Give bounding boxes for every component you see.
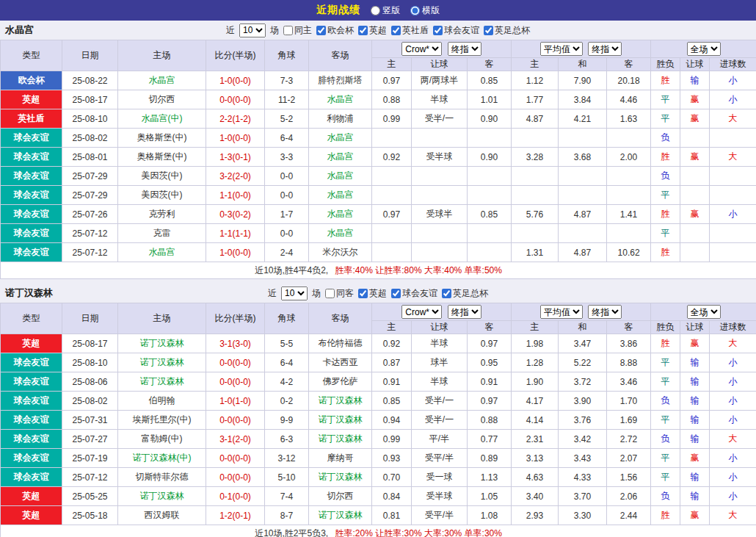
handicap-result-cell: 赢	[680, 148, 710, 167]
header-group-row: 类型 日期 主场 比分(半场) 角球 客场 Crow* 终指 平均值 终指 全场	[1, 40, 756, 58]
league-badge: 球会友谊	[1, 243, 62, 262]
layout-horizontal-radio[interactable]	[410, 6, 420, 15]
average-select[interactable]: 平均值	[540, 305, 583, 319]
odds-away-cell	[468, 129, 512, 148]
bookmaker-select[interactable]: Crow*	[401, 305, 442, 319]
league-filter-checkbox[interactable]	[433, 26, 443, 35]
result-cell: 平	[651, 90, 680, 109]
same-venue-label: 同主	[294, 24, 312, 37]
date-cell: 25-07-27	[62, 430, 118, 449]
league-filter[interactable]: 球会友谊	[391, 287, 437, 300]
handicap-stage-select[interactable]: 终指	[448, 305, 481, 319]
recent-count-select[interactable]: 10	[281, 286, 308, 300]
same-venue-checkbox[interactable]	[283, 26, 293, 35]
league-filter[interactable]: 英足总杯	[442, 287, 488, 300]
league-filter[interactable]: 球会友谊	[433, 24, 479, 37]
euro-draw-cell: 3.72	[559, 372, 607, 392]
col-header-date: 日期	[62, 40, 118, 71]
league-filter-checkbox[interactable]	[391, 289, 401, 298]
league-filter-checkbox[interactable]	[391, 26, 401, 35]
score-cell: 1-3(0-1)	[206, 148, 265, 167]
same-venue-checkbox[interactable]	[325, 289, 335, 298]
handicap-stage-select[interactable]: 终指	[448, 42, 481, 56]
col-header-result: 胜负	[651, 321, 680, 334]
euro-stage-select[interactable]: 终指	[588, 305, 622, 319]
summary-record: 近10场,胜4平4负2,	[255, 265, 328, 275]
games-label: 场	[312, 287, 321, 300]
away-team-cell: 水晶宫	[309, 148, 372, 167]
euro-draw-cell: 4.21	[559, 109, 607, 129]
euro-away-cell: 3.86	[607, 334, 651, 353]
col-header-ah-result: 让球	[680, 321, 710, 334]
corners-cell: 5-2	[265, 109, 309, 129]
table-row: 球会友谊25-07-29美因茨(中)3-2(2-0)0-0水晶宫负	[1, 167, 756, 186]
league-filter[interactable]: 英社盾	[391, 24, 429, 37]
col-header-score: 比分(半场)	[206, 40, 265, 71]
col-header-ah-line: 让球	[412, 321, 468, 334]
table-head: 类型 日期 主场 比分(半场) 角球 客场 Crow* 终指 平均值 终指 全场	[1, 303, 756, 334]
away-team-cell: 水晶宫	[309, 129, 372, 148]
scope-select[interactable]: 全场	[687, 42, 721, 56]
euro-home-cell: 1.90	[512, 372, 559, 392]
handicap-cell: 半球	[412, 372, 468, 392]
goals-result-cell: 小	[710, 487, 756, 506]
euro-away-cell: 20.18	[607, 71, 651, 90]
league-filter-checkbox[interactable]	[358, 26, 368, 35]
goals-result-cell: 大	[710, 506, 756, 525]
away-team-cell: 水晶宫	[309, 224, 372, 243]
table-row: 球会友谊25-07-12克雷1-1(1-1)0-0水晶宫平	[1, 224, 756, 243]
euro-draw-cell: 4.87	[559, 205, 607, 224]
away-team-cell: 水晶宫	[309, 186, 372, 205]
league-badge: 球会友谊	[1, 167, 62, 186]
league-badge: 球会友谊	[1, 392, 62, 411]
league-filter[interactable]: 英足总杯	[484, 24, 530, 37]
goals-result-cell: 小	[710, 205, 756, 224]
odds-home-cell	[372, 243, 412, 262]
scope-select[interactable]: 全场	[687, 305, 721, 319]
euro-draw-cell	[559, 167, 607, 186]
odds-away-cell: 0.77	[468, 430, 512, 449]
handicap-result-cell	[680, 167, 710, 186]
average-select[interactable]: 平均值	[540, 42, 583, 56]
table-row: 球会友谊25-07-19诺丁汉森林(中)0-0(0-0)3-12摩纳哥0.93受…	[1, 449, 756, 468]
league-filter[interactable]: 英超	[358, 287, 387, 300]
same-venue-filter[interactable]: 同客	[325, 287, 354, 300]
odds-home-cell: 0.88	[372, 90, 412, 109]
euro-away-cell: 2.07	[607, 449, 651, 468]
layout-vertical-radio[interactable]	[371, 6, 380, 15]
handicap-cell: 受球半	[412, 205, 468, 224]
layout-vertical-option[interactable]: 竖版	[371, 4, 400, 17]
league-filter-checkbox[interactable]	[442, 289, 451, 298]
handicap-result-cell	[680, 129, 710, 148]
euro-draw-cell: 3.90	[559, 392, 607, 411]
recent-count-select[interactable]: 10	[239, 24, 266, 37]
league-filter-label: 英超	[369, 287, 387, 300]
layout-horizontal-option[interactable]: 横版	[410, 4, 440, 17]
bookmaker-select[interactable]: Crow*	[401, 42, 442, 56]
handicap-result-cell: 输	[680, 372, 710, 392]
league-filter-checkbox[interactable]	[358, 289, 368, 298]
league-badge: 球会友谊	[1, 148, 62, 167]
league-filter-checkbox[interactable]	[316, 26, 326, 35]
odds-home-cell: 0.81	[372, 506, 412, 525]
summary-row: 近10场,胜2平5负3, 胜率:20% 让胜率:30% 大率:30% 单率:30…	[1, 525, 756, 537]
home-team-cell: 伯明翰	[118, 392, 206, 411]
date-cell: 25-05-25	[62, 487, 118, 506]
same-venue-filter[interactable]: 同主	[283, 24, 312, 37]
home-team-cell: 诺丁汉森林	[118, 487, 206, 506]
score-cell: 1-1(0-0)	[206, 186, 265, 205]
near-label: 近	[268, 287, 277, 300]
league-filter[interactable]: 欧会杯	[316, 24, 354, 37]
league-filter-checkbox[interactable]	[484, 26, 493, 35]
euro-stage-select[interactable]: 终指	[588, 42, 622, 56]
score-cell: 3-1(3-0)	[206, 334, 265, 353]
handicap-result-cell: 输	[680, 71, 710, 90]
score-cell: 0-1(0-0)	[206, 487, 265, 506]
league-filter[interactable]: 英超	[358, 24, 387, 37]
goals-result-cell: 大	[710, 148, 756, 167]
away-team-cell: 诺丁汉森林	[309, 430, 372, 449]
away-team-cell: 米尔沃尔	[309, 243, 372, 262]
odds-home-cell	[372, 224, 412, 243]
away-team-cell: 诺丁汉森林	[309, 468, 372, 487]
goals-result-cell	[710, 243, 756, 262]
